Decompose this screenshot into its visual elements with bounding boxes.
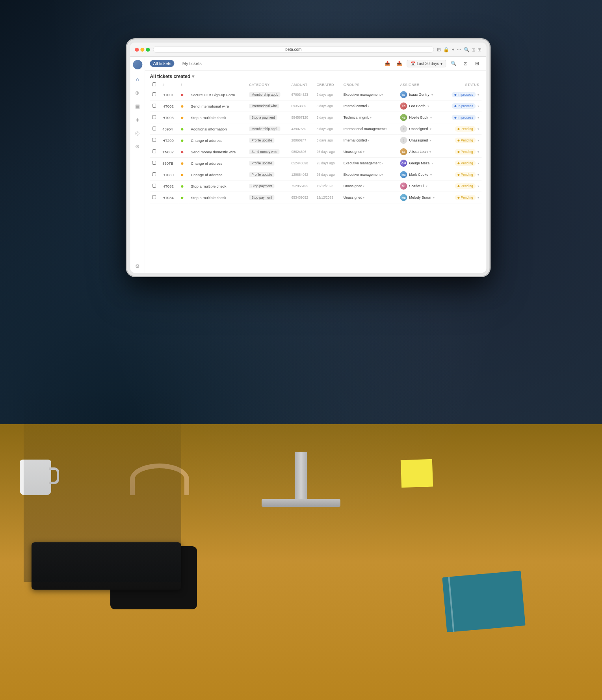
row-checkbox[interactable]	[150, 101, 160, 112]
group-chevron-icon[interactable]: ▾	[368, 139, 369, 142]
maximize-dot[interactable]	[146, 48, 150, 52]
sidebar-item-users[interactable]: ⊛	[134, 143, 141, 150]
assignee-chevron-icon[interactable]: ▾	[431, 93, 433, 97]
row-select-checkbox[interactable]	[152, 92, 156, 96]
ticket-status[interactable]: Pending ▾	[444, 158, 481, 169]
address-bar[interactable]: beta.com	[153, 46, 434, 53]
ticket-assignee[interactable]: ? Unassigned ▾	[398, 123, 444, 135]
status-chevron-icon[interactable]: ▾	[478, 139, 479, 142]
group-chevron-icon[interactable]: ▾	[368, 104, 369, 108]
group-chevron-icon[interactable]: ▾	[381, 173, 383, 177]
browser-icon-2[interactable]: 🔒	[443, 47, 449, 52]
assignee-chevron-icon[interactable]: ▾	[427, 104, 429, 108]
sidebar-item-home[interactable]: ⌂	[134, 76, 141, 83]
status-chevron-icon[interactable]: ▾	[478, 116, 479, 119]
ticket-status[interactable]: Pending ▾	[444, 192, 481, 203]
search-icon[interactable]: 🔍	[449, 59, 458, 68]
tab-my-tickets[interactable]: My tickets	[179, 60, 205, 67]
ticket-status[interactable]: Pending ▾	[444, 135, 481, 146]
row-select-checkbox[interactable]	[152, 115, 156, 119]
status-chevron-icon[interactable]: ▾	[478, 162, 479, 165]
ticket-status[interactable]: In process ▾	[444, 89, 481, 101]
table-row[interactable]: HT082 Stop a multiple check Stop payment…	[150, 181, 481, 192]
row-checkbox[interactable]	[150, 192, 160, 203]
ticket-name[interactable]: Secure OLB Sign-up Form	[188, 89, 247, 101]
sidebar-item-tags[interactable]: ◈	[134, 116, 141, 123]
table-row[interactable]: HT084 Stop a multiple check Stop payment…	[150, 192, 481, 203]
ticket-group[interactable]: International management ▾	[341, 123, 398, 135]
ticket-assignee[interactable]: IG Isaac Gentry ▾	[398, 89, 444, 101]
status-chevron-icon[interactable]: ▾	[478, 173, 479, 177]
tab-all-tickets[interactable]: All tickets	[150, 60, 174, 67]
ticket-name[interactable]: Stop a multiple check	[188, 181, 247, 192]
ticket-assignee[interactable]: GM Gauge Meza ▾	[398, 158, 444, 169]
search-icon[interactable]: 🔍	[464, 47, 470, 52]
ticket-assignee[interactable]: MC Mark Cooke ▾	[398, 169, 444, 181]
group-chevron-icon[interactable]: ▾	[363, 150, 364, 154]
ticket-status[interactable]: Pending ▾	[444, 123, 481, 135]
ticket-name[interactable]: Change of address	[188, 158, 247, 169]
ticket-group[interactable]: Executive management ▾	[341, 169, 398, 181]
minimize-dot[interactable]	[140, 48, 144, 52]
row-checkbox[interactable]	[150, 146, 160, 158]
ticket-name[interactable]: Additional information	[188, 123, 247, 135]
group-chevron-icon[interactable]: ▾	[363, 184, 364, 188]
ticket-assignee[interactable]: MB Melody Braun ▾	[398, 192, 444, 203]
ticket-assignee[interactable]: ? Unassigned ▾	[398, 135, 444, 146]
ticket-name[interactable]: Stop a multiple check	[188, 192, 247, 203]
browser-icon-3[interactable]: +	[452, 47, 454, 52]
row-select-checkbox[interactable]	[152, 184, 156, 188]
row-checkbox[interactable]	[150, 158, 160, 169]
grid-icon[interactable]: ⊞	[478, 47, 481, 52]
ticket-assignee[interactable]: SL Scarlet Li ▾	[398, 181, 444, 192]
status-chevron-icon[interactable]: ▾	[478, 184, 479, 188]
row-select-checkbox[interactable]	[152, 195, 156, 199]
row-select-checkbox[interactable]	[152, 104, 156, 108]
ticket-group[interactable]: Unassigned ▾	[341, 192, 398, 203]
assignee-chevron-icon[interactable]: ▾	[429, 150, 431, 154]
filter-icon[interactable]: ⧖	[472, 47, 475, 52]
ticket-assignee[interactable]: AL Alissa Lean ▾	[398, 146, 444, 158]
status-chevron-icon[interactable]: ▾	[478, 196, 479, 199]
row-checkbox[interactable]	[150, 135, 160, 146]
row-checkbox[interactable]	[150, 112, 160, 123]
select-all-checkbox[interactable]	[152, 82, 156, 86]
table-row[interactable]: TN032 Send money domestic wire Send mone…	[150, 146, 481, 158]
ticket-group[interactable]: Internal control ▾	[341, 101, 398, 112]
assignee-chevron-icon[interactable]: ▾	[430, 173, 432, 177]
table-row[interactable]: HT200 Change of address Profile update 2…	[150, 135, 481, 146]
row-checkbox[interactable]	[150, 169, 160, 181]
ticket-status[interactable]: Pending ▾	[444, 181, 481, 192]
ticket-group[interactable]: Technical mgmt. ▾	[341, 112, 398, 123]
browser-icon-1[interactable]: ⊞	[437, 47, 441, 52]
assignee-chevron-icon[interactable]: ▾	[430, 139, 431, 142]
row-select-checkbox[interactable]	[152, 161, 156, 165]
filter-icon[interactable]: ⧖	[461, 59, 470, 68]
sidebar-item-folder[interactable]: ▣	[134, 102, 141, 110]
status-chevron-icon[interactable]: ▾	[478, 104, 479, 108]
table-row[interactable]: 860TB Change of address Profile update 6…	[150, 158, 481, 169]
group-chevron-icon[interactable]: ▾	[381, 93, 383, 97]
group-chevron-icon[interactable]: ▾	[370, 116, 372, 119]
assignee-chevron-icon[interactable]: ▾	[431, 162, 433, 165]
assignee-chevron-icon[interactable]: ▾	[430, 116, 432, 119]
browser-icon-4[interactable]: ⋯	[457, 47, 461, 52]
ticket-name[interactable]: Change of address	[188, 135, 247, 146]
table-row[interactable]: HT080 Change of address Profile update 1…	[150, 169, 481, 181]
group-chevron-icon[interactable]: ▾	[385, 127, 387, 131]
ticket-group[interactable]: Internal control ▾	[341, 135, 398, 146]
row-select-checkbox[interactable]	[152, 149, 156, 153]
sidebar-item-notifications[interactable]: ◎	[134, 129, 141, 136]
ticket-group[interactable]: Executive management ▾	[341, 89, 398, 101]
ticket-status[interactable]: Pending ▾	[444, 169, 481, 181]
status-chevron-icon[interactable]: ▾	[478, 150, 479, 154]
inbox-icon[interactable]: 📥	[383, 59, 392, 68]
ticket-group[interactable]: Unassigned ▾	[341, 146, 398, 158]
ticket-name[interactable]: Change of address	[188, 169, 247, 181]
ticket-group[interactable]: Executive management ▾	[341, 158, 398, 169]
ticket-status[interactable]: In process ▾	[444, 112, 481, 123]
sidebar-item-search[interactable]: ⊚	[134, 89, 141, 96]
table-row[interactable]: HT002 Send international wire Internatio…	[150, 101, 481, 112]
row-select-checkbox[interactable]	[152, 172, 156, 176]
table-row[interactable]: HT003 Stop a multiple check Stop a payme…	[150, 112, 481, 123]
